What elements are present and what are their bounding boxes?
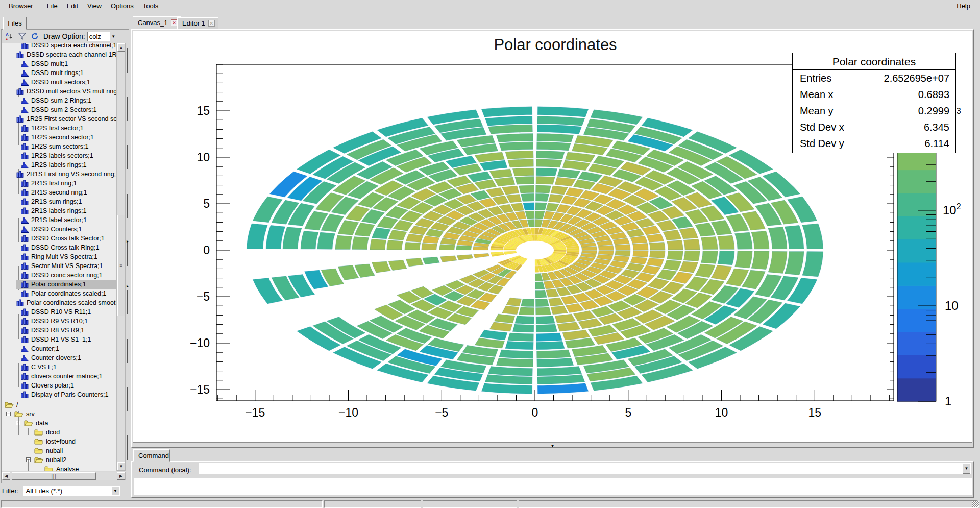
tree-item[interactable]: DSSD spectra each channel;1	[16, 43, 117, 50]
tree-item[interactable]: 2R1S second ring;1	[16, 188, 117, 197]
scroll-left-button[interactable]: ◀	[2, 472, 10, 480]
tree-leader	[16, 147, 20, 147]
tree-guide-line	[28, 428, 29, 471]
canvas-command-splitter[interactable]: ▾ ▾	[131, 444, 974, 448]
draw-option-select[interactable]: colz	[87, 32, 110, 41]
tree-item[interactable]: DSSD Cross talk Ring;1	[16, 243, 117, 252]
tree-item[interactable]: DSSD R1 VS S1_1;1	[16, 335, 117, 344]
histogram-2d-icon	[21, 43, 29, 49]
sidebar-splitter[interactable]: ▸ ▸	[127, 31, 129, 482]
filter-arrow-icon[interactable]: ▼	[112, 487, 119, 495]
tree-item[interactable]: DSSD mult sectors;1	[16, 78, 117, 87]
tree-item[interactable]: 1R2S second sector;1	[16, 133, 117, 142]
folder-item[interactable]: nuball2	[34, 455, 66, 465]
tree-hscrollbar[interactable]: ◀ ||| ▶	[2, 472, 126, 480]
folder-item[interactable]: lost+found	[34, 437, 76, 446]
tree-item[interactable]: Counter clovers;1	[16, 353, 117, 362]
tree-item[interactable]: clovers counter matrice;1	[16, 372, 117, 381]
tree-item[interactable]: Counter;1	[16, 344, 117, 353]
menu-view[interactable]: View	[83, 1, 106, 11]
menubar: BrowserFileEditViewOptionsTools Help	[0, 0, 980, 12]
tree-item[interactable]: DSSD sum 2 Sectors;1	[16, 105, 117, 114]
tree-item[interactable]: Clovers polar;1	[16, 381, 117, 390]
stats-box[interactable]: Polar coordinates Entries2.652695e+07Mea…	[792, 53, 956, 153]
tree-item[interactable]: C VS L;1	[16, 362, 117, 372]
tree-item[interactable]: 1R2S sum sectors;1	[16, 142, 117, 151]
folder-item[interactable]: srv	[14, 409, 35, 419]
tree-item[interactable]: 1R2S labels rings;1	[16, 160, 117, 170]
close-tab-icon[interactable]: ✕	[171, 19, 178, 26]
tree-item[interactable]: DSSD coinc sector ring;1	[16, 271, 117, 280]
tree-item-label: Sector Mult VS Spectra;1	[31, 262, 103, 270]
folder-item[interactable]: Analyse	[44, 465, 79, 471]
command-combo[interactable]: ▼	[199, 463, 971, 474]
splitter-collapse-icon[interactable]: ▾	[551, 444, 553, 448]
tree-leader	[16, 395, 20, 395]
folder-item[interactable]: dcod	[34, 428, 60, 437]
tree-item[interactable]: DSSD Cross talk Sector;1	[16, 234, 117, 243]
filter-select[interactable]: All Files (*.*) ▼	[23, 486, 120, 496]
tree-item[interactable]: 2R1S label sector;1	[16, 215, 117, 225]
tree-item[interactable]: DSSD mult;1	[16, 59, 117, 68]
tree-item[interactable]: Ring Mult VS Spectra;1	[16, 252, 117, 261]
tree-vscrollbar[interactable]: ▲ ≡ ▼	[117, 43, 126, 471]
menu-options[interactable]: Options	[106, 1, 138, 11]
status-panel	[324, 500, 421, 508]
vscrollbar-thumb[interactable]: ≡	[117, 215, 125, 316]
tree-item[interactable]: 1R2S First sector VS second sector;1	[16, 114, 117, 124]
tree-item[interactable]: 2R1S labels rings;1	[16, 206, 117, 215]
tree-item[interactable]: DSSD mult sectors VS mult rings;1	[16, 87, 117, 96]
refresh-icon[interactable]	[29, 31, 40, 41]
scroll-down-button[interactable]: ▼	[117, 462, 125, 470]
tree-item[interactable]: 2R1S First ring VS second ring;1	[16, 170, 117, 179]
svg-text:−10: −10	[338, 406, 358, 419]
menu-edit[interactable]: Edit	[62, 1, 83, 11]
command-input[interactable]	[199, 463, 963, 474]
tree-item[interactable]: DSSD mult rings;1	[16, 68, 117, 78]
folder-item[interactable]: nuball	[34, 446, 63, 455]
tree-item-label: 1R2S second sector;1	[31, 134, 94, 141]
folder-item[interactable]: data	[24, 419, 48, 428]
tree-item[interactable]: DSSD R10 VS R11;1	[16, 307, 117, 317]
tree-item[interactable]: 1R2S first sector;1	[16, 124, 117, 133]
tree-item[interactable]: Sector Mult VS Spectra;1	[16, 261, 117, 271]
folder-item[interactable]: /	[5, 400, 18, 409]
tree-item-label: 2R1S First ring VS second ring;1	[27, 171, 117, 178]
tree-item-label: DSSD R8 VS R9;1	[31, 327, 84, 334]
tab-canvas-1[interactable]: Canvas_1✕	[133, 16, 181, 29]
scroll-up-button[interactable]: ▲	[117, 43, 125, 52]
menu-tools[interactable]: Tools	[138, 1, 163, 11]
tree-item[interactable]: 1R2S labels sectors;1	[16, 151, 117, 160]
draw-option-arrow-icon[interactable]: ▼	[110, 32, 117, 41]
histogram-1d-icon	[21, 106, 29, 113]
az-sort-icon[interactable]: A z	[4, 31, 15, 41]
tree-item[interactable]: Display of Paris Counters;1	[16, 390, 117, 399]
splitter-collapse-icon[interactable]: ▸	[127, 284, 129, 288]
command-arrow-icon[interactable]: ▼	[963, 463, 970, 474]
tree-item[interactable]: DSSD R9 VS R10;1	[16, 317, 117, 326]
tab-label: Canvas_1	[138, 19, 168, 27]
histogram-2d-icon	[16, 115, 24, 123]
tree-item[interactable]: Polar coordinates scaled smooth;1	[16, 298, 117, 307]
tree-item[interactable]: 2R1S sum rings;1	[16, 197, 117, 206]
tab-editor-1[interactable]: Editor 1✕	[177, 17, 218, 29]
hscrollbar-thumb[interactable]: |||	[12, 472, 96, 480]
scroll-right-button[interactable]: ▶	[117, 472, 125, 480]
tab-command[interactable]: Command	[133, 449, 170, 462]
close-tab-icon[interactable]: ✕	[208, 20, 215, 27]
tree-item[interactable]: DSSD Counters;1	[16, 225, 117, 234]
menu-help[interactable]: Help	[952, 1, 975, 11]
tree-item[interactable]: DSSD spectra each channel 1R1S;1	[16, 50, 117, 59]
svg-text:−5: −5	[197, 290, 210, 303]
menu-browser[interactable]: Browser	[4, 1, 38, 11]
tab-files[interactable]: Files	[3, 17, 27, 30]
menu-file[interactable]: File	[42, 1, 62, 11]
resize-grip-icon[interactable]	[972, 501, 979, 507]
tree-item[interactable]: Polar coordinates scaled;1	[16, 289, 117, 298]
splitter-collapse-icon[interactable]: ▸	[127, 239, 129, 244]
funnel-filter-icon[interactable]	[16, 31, 28, 41]
tree-item[interactable]: Polar coordinates;1	[16, 280, 117, 289]
tree-item[interactable]: 2R1S first ring;1	[16, 179, 117, 188]
tree-item[interactable]: DSSD R8 VS R9;1	[16, 326, 117, 335]
tree-item[interactable]: DSSD sum 2 Rings;1	[16, 96, 117, 105]
